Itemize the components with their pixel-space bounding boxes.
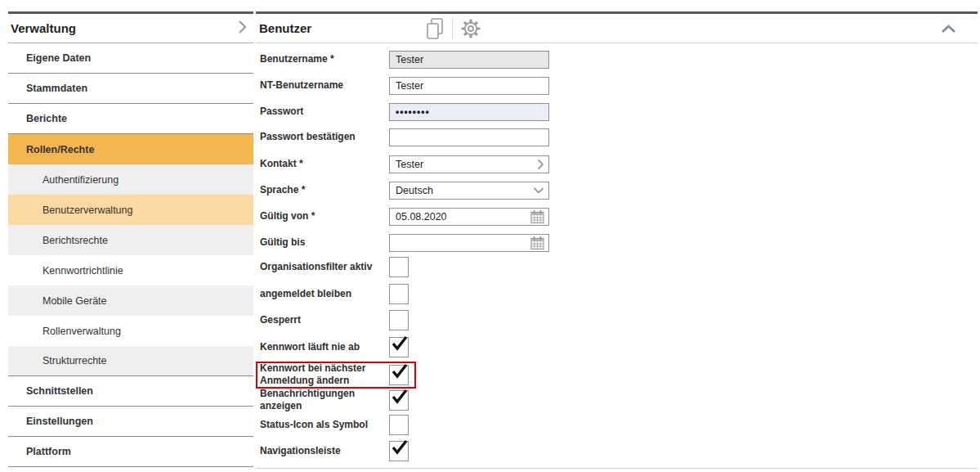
chevron-up-icon[interactable] xyxy=(941,22,956,37)
status-icon-checkbox[interactable] xyxy=(389,415,409,435)
field-label: Benutzername * xyxy=(260,51,389,69)
sidebar-item-rollen-rechte[interactable]: Rollen/Rechte xyxy=(8,134,253,164)
chevron-right-icon[interactable] xyxy=(537,159,544,170)
checkbox-row: Organisationsfilter aktiv xyxy=(260,257,409,277)
gesperrt-checkbox[interactable] xyxy=(389,310,409,330)
form-row: NT-Benutzername Tester xyxy=(260,77,549,95)
header-toolbar xyxy=(425,17,481,40)
toolbar-divider xyxy=(452,18,453,39)
sidebar-item-rollenverwaltung[interactable]: Rollenverwaltung xyxy=(8,316,253,346)
valid-from-date-field[interactable]: 05.08.2020 xyxy=(389,208,549,226)
sidebar-title: Verwaltung xyxy=(11,21,76,35)
kennwort-laeuft-nie-ab-checkbox[interactable] xyxy=(389,337,409,357)
navigation-sidebar: Verwaltung Eigene Daten Stammdaten Beric… xyxy=(8,11,253,467)
organisationsfilter-checkbox[interactable] xyxy=(389,257,409,277)
sidebar-item-mobile-geraete[interactable]: Mobile Geräte xyxy=(8,285,253,316)
form-row: Gültig bis xyxy=(260,234,549,252)
benachrichtigungen-checkbox[interactable] xyxy=(389,390,409,411)
navigationsleiste-checkbox[interactable] xyxy=(389,441,409,461)
checkbox-row: Gesperrt xyxy=(260,310,409,330)
checkbox-label: Navigationsleiste xyxy=(260,441,389,461)
password-confirm-field[interactable] xyxy=(389,128,549,146)
calendar-icon[interactable] xyxy=(530,210,544,224)
checkbox-row: Benachrichtigungen anzeigen xyxy=(260,390,409,412)
checkbox-row: Kennwort läuft nie ab xyxy=(260,337,409,357)
form-row: Sprache * Deutsch xyxy=(260,182,549,200)
panel-header: Benutzer xyxy=(256,14,978,43)
field-label: Kontakt * xyxy=(260,155,389,173)
field-label: NT-Benutzername xyxy=(260,77,389,95)
form-row: Passwort bestätigen xyxy=(260,128,549,146)
sidebar-header[interactable]: Verwaltung xyxy=(8,14,253,43)
chevron-down-icon[interactable] xyxy=(533,187,544,195)
sidebar-item-schnittstellen[interactable]: Schnittstellen xyxy=(8,376,253,407)
field-label: Passwort xyxy=(260,103,389,121)
form-row: Benutzername * Tester xyxy=(260,51,549,69)
sidebar-item-plattform[interactable]: Plattform xyxy=(8,437,253,467)
checkbox-row: Status-Icon als Symbol xyxy=(260,415,409,435)
form-row: Kontakt * Tester xyxy=(260,155,549,173)
calendar-icon[interactable] xyxy=(530,236,544,250)
sidebar-item-strukturrechte[interactable]: Strukturrechte xyxy=(8,346,253,376)
checkbox-row: angemeldet bleiben xyxy=(260,284,409,304)
sidebar-item-kennwortrichtlinie[interactable]: Kennwortrichtlinie xyxy=(8,255,253,285)
chevron-right-icon xyxy=(238,20,247,37)
checkbox-label: Kennwort läuft nie ab xyxy=(260,337,389,357)
sidebar-item-benutzerverwaltung[interactable]: Benutzerverwaltung xyxy=(8,195,253,225)
copy-icon[interactable] xyxy=(425,17,445,40)
checkbox-row: Navigationsleiste xyxy=(260,441,409,461)
gear-icon[interactable] xyxy=(460,18,481,39)
field-label: Passwort bestätigen xyxy=(260,128,389,146)
field-label: Gültig von * xyxy=(260,208,389,226)
kennwort-aendern-checkbox[interactable] xyxy=(389,365,409,385)
form-row: Passwort •••••••• xyxy=(260,103,549,121)
field-label: Gültig bis xyxy=(260,234,389,252)
contact-lookup-field[interactable]: Tester xyxy=(389,155,549,173)
field-label: Sprache * xyxy=(260,182,389,200)
sidebar-item-berichte[interactable]: Berichte xyxy=(8,104,253,134)
benutzer-panel: Benutzer xyxy=(256,11,978,472)
page-title: Benutzer xyxy=(256,21,311,35)
checkbox-label: Status-Icon als Symbol xyxy=(260,415,389,435)
form-row: Gültig von * 05.08.2020 xyxy=(260,208,549,226)
panel-bottom-divider xyxy=(256,468,978,469)
sidebar-item-authentifizierung[interactable]: Authentifizierung xyxy=(8,164,253,195)
sidebar-item-eigene-daten[interactable]: Eigene Daten xyxy=(8,43,253,74)
checkbox-row: Kennwort bei nächster Anmeldung ändern xyxy=(260,365,409,387)
password-field[interactable]: •••••••• xyxy=(389,103,549,121)
app-window: Verwaltung Eigene Daten Stammdaten Beric… xyxy=(0,0,980,472)
checkbox-label: Organisationsfilter aktiv xyxy=(260,257,389,277)
checkbox-label: Benachrichtigungen anzeigen xyxy=(260,388,389,412)
sidebar-item-stammdaten[interactable]: Stammdaten xyxy=(8,74,253,104)
sidebar-item-berichtsrechte[interactable]: Berichtsrechte xyxy=(8,225,253,255)
checkbox-label: Kennwort bei nächster Anmeldung ändern xyxy=(260,362,389,387)
sidebar-item-einstellungen[interactable]: Einstellungen xyxy=(8,407,253,437)
checkbox-label: Gesperrt xyxy=(260,310,389,330)
nt-username-field[interactable]: Tester xyxy=(389,77,549,95)
language-select[interactable]: Deutsch xyxy=(389,182,549,200)
angemeldet-bleiben-checkbox[interactable] xyxy=(389,284,409,304)
valid-to-date-field[interactable] xyxy=(389,234,549,252)
checkbox-label: angemeldet bleiben xyxy=(260,284,389,304)
username-field: Tester xyxy=(389,51,549,69)
